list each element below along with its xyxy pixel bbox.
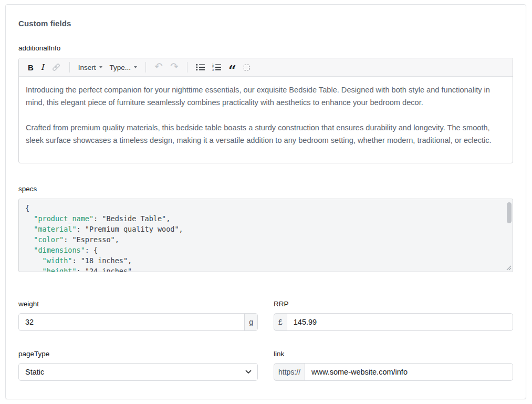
specs-editor[interactable]: { "product_name": "Bedside Table", "mate…: [18, 199, 513, 272]
ordered-list-icon: 1 2 3: [212, 64, 221, 71]
specs-scrollbar: [507, 200, 512, 264]
svg-text:3: 3: [212, 68, 214, 71]
row-pagetype-link: pageType Static link https://: [18, 350, 513, 381]
weight-unit-addon: g: [244, 313, 258, 331]
page-type-select[interactable]: Static: [18, 363, 258, 381]
insert-dropdown-label: Insert: [78, 64, 96, 71]
undo-button[interactable]: ↶: [151, 60, 166, 75]
link-input[interactable]: [305, 363, 513, 381]
rrp-input[interactable]: [287, 313, 513, 331]
chevron-down-icon: [99, 66, 102, 68]
chevron-down-icon: [134, 66, 137, 68]
rte-paragraph: Crafted from premium quality materials, …: [26, 121, 506, 147]
ordered-list-button[interactable]: 1 2 3: [208, 60, 225, 75]
weight-input[interactable]: [18, 313, 245, 331]
toolbar-divider: [69, 62, 70, 72]
type-dropdown-label: Type...: [110, 64, 131, 71]
field-weight: weight g: [18, 300, 258, 331]
bullet-list-button[interactable]: [192, 60, 208, 75]
page-title: Custom fields: [18, 19, 513, 28]
rte-toolbar: B I Insert Type...: [19, 58, 513, 77]
field-specs: specs { "product_name": "Bedside Table",…: [18, 185, 513, 272]
fullscreen-button[interactable]: [240, 60, 253, 75]
rrp-label: RRP: [274, 300, 513, 308]
field-rrp: RRP £: [274, 300, 513, 331]
blockquote-button[interactable]: “: [225, 60, 240, 75]
page-type-select-wrap: Static: [18, 363, 258, 381]
page-type-label: pageType: [18, 350, 258, 358]
dashed-square-icon: [244, 65, 249, 70]
additional-info-label: additionalInfo: [18, 44, 513, 52]
resize-handle[interactable]: [506, 265, 512, 271]
redo-button[interactable]: ↷: [166, 60, 182, 75]
specs-code: { "product_name": "Bedside Table", "mate…: [19, 199, 513, 272]
protocol-addon: https://: [274, 363, 305, 381]
rte-paragraph: Introducing the perfect companion for yo…: [26, 84, 506, 109]
link-icon: [51, 63, 61, 71]
custom-fields-panel: Custom fields additionalInfo B I Inse: [5, 4, 526, 399]
rrp-input-group: £: [274, 313, 513, 331]
type-dropdown[interactable]: Type...: [106, 60, 141, 75]
bold-button[interactable]: B: [24, 60, 37, 75]
link-label: link: [274, 350, 513, 358]
bullet-list-icon: [196, 64, 205, 71]
toolbar-divider: [187, 62, 187, 72]
field-page-type: pageType Static: [18, 350, 258, 381]
toolbar-divider: [145, 62, 146, 72]
insert-dropdown[interactable]: Insert: [75, 60, 106, 75]
weight-label: weight: [18, 300, 258, 308]
weight-input-group: g: [18, 313, 258, 331]
scrollbar-thumb[interactable]: [507, 202, 512, 223]
link-input-group: https://: [274, 363, 513, 381]
currency-addon: £: [274, 313, 287, 331]
rte-content[interactable]: Introducing the perfect companion for yo…: [19, 77, 513, 163]
rich-text-editor: B I Insert Type...: [18, 58, 513, 163]
specs-label: specs: [18, 185, 513, 193]
field-link: link https://: [274, 350, 513, 381]
italic-button[interactable]: I: [37, 60, 48, 75]
field-additional-info: additionalInfo B I Insert: [18, 44, 513, 163]
row-weight-rrp: weight g RRP £: [18, 300, 513, 331]
link-button[interactable]: [48, 60, 65, 75]
